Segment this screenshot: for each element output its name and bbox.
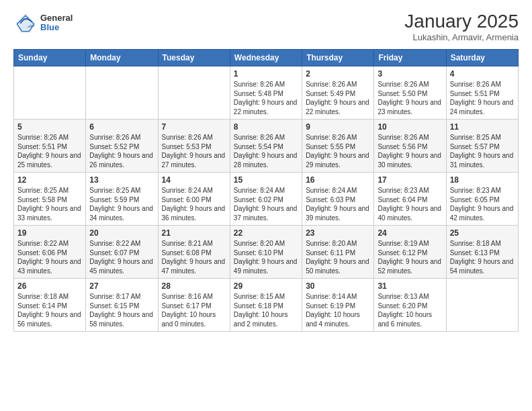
calendar-cell: 22Sunrise: 8:20 AMSunset: 6:10 PMDayligh… xyxy=(230,226,302,279)
day-info: Sunrise: 8:18 AMSunset: 6:13 PMDaylight:… xyxy=(450,239,515,275)
calendar-cell: 8Sunrise: 8:26 AMSunset: 5:54 PMDaylight… xyxy=(230,120,302,173)
day-number: 3 xyxy=(378,69,442,79)
calendar-week-row-4: 19Sunrise: 8:22 AMSunset: 6:06 PMDayligh… xyxy=(14,226,519,279)
calendar-cell xyxy=(14,66,86,120)
day-number: 19 xyxy=(17,228,82,238)
day-number: 27 xyxy=(89,281,154,291)
day-info: Sunrise: 8:22 AMSunset: 6:07 PMDaylight:… xyxy=(89,239,154,275)
calendar-cell: 25Sunrise: 8:18 AMSunset: 6:13 PMDayligh… xyxy=(446,226,518,279)
day-number: 5 xyxy=(17,122,82,132)
calendar-cell: 31Sunrise: 8:13 AMSunset: 6:20 PMDayligh… xyxy=(374,279,446,332)
day-number: 21 xyxy=(162,228,226,238)
calendar-cell: 1Sunrise: 8:26 AMSunset: 5:48 PMDaylight… xyxy=(230,66,302,120)
calendar-header-thursday: Thursday xyxy=(302,50,374,66)
calendar-cell: 4Sunrise: 8:26 AMSunset: 5:51 PMDaylight… xyxy=(446,66,518,120)
month-title: January 2025 xyxy=(404,11,519,32)
day-number: 2 xyxy=(306,69,370,79)
day-info: Sunrise: 8:22 AMSunset: 6:06 PMDaylight:… xyxy=(17,239,82,275)
day-info: Sunrise: 8:24 AMSunset: 6:02 PMDaylight:… xyxy=(234,186,298,222)
location: Lukashin, Armavir, Armenia xyxy=(404,32,519,42)
calendar-cell: 24Sunrise: 8:19 AMSunset: 6:12 PMDayligh… xyxy=(374,226,446,279)
day-info: Sunrise: 8:26 AMSunset: 5:51 PMDaylight:… xyxy=(17,133,82,169)
header-right: January 2025 Lukashin, Armavir, Armenia xyxy=(404,11,519,42)
calendar-cell: 15Sunrise: 8:24 AMSunset: 6:02 PMDayligh… xyxy=(230,173,302,226)
calendar-week-row-1: 1Sunrise: 8:26 AMSunset: 5:48 PMDaylight… xyxy=(14,66,519,120)
day-number: 7 xyxy=(162,122,226,132)
day-info: Sunrise: 8:24 AMSunset: 6:03 PMDaylight:… xyxy=(306,186,370,222)
day-info: Sunrise: 8:14 AMSunset: 6:19 PMDaylight:… xyxy=(306,292,370,328)
day-info: Sunrise: 8:25 AMSunset: 5:57 PMDaylight:… xyxy=(450,133,515,169)
day-number: 23 xyxy=(306,228,370,238)
day-number: 9 xyxy=(306,122,370,132)
day-info: Sunrise: 8:23 AMSunset: 6:05 PMDaylight:… xyxy=(450,186,515,222)
calendar-cell: 7Sunrise: 8:26 AMSunset: 5:53 PMDaylight… xyxy=(158,120,230,173)
calendar-cell: 13Sunrise: 8:25 AMSunset: 5:59 PMDayligh… xyxy=(86,173,158,226)
calendar-cell: 11Sunrise: 8:25 AMSunset: 5:57 PMDayligh… xyxy=(446,120,518,173)
calendar-header-wednesday: Wednesday xyxy=(230,50,302,66)
calendar-cell: 21Sunrise: 8:21 AMSunset: 6:08 PMDayligh… xyxy=(158,226,230,279)
calendar-header-sunday: Sunday xyxy=(14,50,86,66)
logo-blue-text: Blue xyxy=(40,23,73,32)
day-number: 13 xyxy=(89,175,154,185)
day-number: 31 xyxy=(378,281,442,291)
day-info: Sunrise: 8:15 AMSunset: 6:18 PMDaylight:… xyxy=(234,292,298,328)
day-number: 12 xyxy=(17,175,82,185)
calendar-cell: 12Sunrise: 8:25 AMSunset: 5:58 PMDayligh… xyxy=(14,173,86,226)
calendar-cell: 5Sunrise: 8:26 AMSunset: 5:51 PMDaylight… xyxy=(14,120,86,173)
day-info: Sunrise: 8:24 AMSunset: 6:00 PMDaylight:… xyxy=(162,186,226,222)
calendar-cell xyxy=(158,66,230,120)
logo-text: General Blue xyxy=(40,13,73,33)
logo: General Blue xyxy=(13,11,73,35)
day-number: 22 xyxy=(234,228,298,238)
day-info: Sunrise: 8:16 AMSunset: 6:17 PMDaylight:… xyxy=(162,292,226,328)
day-info: Sunrise: 8:21 AMSunset: 6:08 PMDaylight:… xyxy=(162,239,226,275)
calendar-cell: 20Sunrise: 8:22 AMSunset: 6:07 PMDayligh… xyxy=(86,226,158,279)
day-info: Sunrise: 8:26 AMSunset: 5:48 PMDaylight:… xyxy=(234,80,298,116)
day-info: Sunrise: 8:26 AMSunset: 5:56 PMDaylight:… xyxy=(378,133,442,169)
calendar-cell xyxy=(86,66,158,120)
calendar-cell: 29Sunrise: 8:15 AMSunset: 6:18 PMDayligh… xyxy=(230,279,302,332)
day-info: Sunrise: 8:26 AMSunset: 5:50 PMDaylight:… xyxy=(378,80,442,116)
day-number: 17 xyxy=(378,175,442,185)
day-info: Sunrise: 8:17 AMSunset: 6:15 PMDaylight:… xyxy=(89,292,154,328)
day-number: 26 xyxy=(17,281,82,291)
calendar-cell: 26Sunrise: 8:18 AMSunset: 6:14 PMDayligh… xyxy=(14,279,86,332)
day-info: Sunrise: 8:23 AMSunset: 6:04 PMDaylight:… xyxy=(378,186,442,222)
calendar-cell: 16Sunrise: 8:24 AMSunset: 6:03 PMDayligh… xyxy=(302,173,374,226)
calendar-header-monday: Monday xyxy=(86,50,158,66)
day-info: Sunrise: 8:26 AMSunset: 5:49 PMDaylight:… xyxy=(306,80,370,116)
calendar-header-friday: Friday xyxy=(374,50,446,66)
day-number: 28 xyxy=(162,281,226,291)
day-number: 20 xyxy=(89,228,154,238)
calendar-cell: 3Sunrise: 8:26 AMSunset: 5:50 PMDaylight… xyxy=(374,66,446,120)
calendar-header-saturday: Saturday xyxy=(446,50,518,66)
day-number: 8 xyxy=(234,122,298,132)
calendar-cell: 27Sunrise: 8:17 AMSunset: 6:15 PMDayligh… xyxy=(86,279,158,332)
calendar-week-row-2: 5Sunrise: 8:26 AMSunset: 5:51 PMDaylight… xyxy=(14,120,519,173)
calendar-cell: 18Sunrise: 8:23 AMSunset: 6:05 PMDayligh… xyxy=(446,173,518,226)
day-number: 18 xyxy=(450,175,515,185)
day-info: Sunrise: 8:20 AMSunset: 6:11 PMDaylight:… xyxy=(306,239,370,275)
day-number: 4 xyxy=(450,69,515,79)
day-info: Sunrise: 8:26 AMSunset: 5:51 PMDaylight:… xyxy=(450,80,515,116)
day-info: Sunrise: 8:26 AMSunset: 5:52 PMDaylight:… xyxy=(89,133,154,169)
day-info: Sunrise: 8:20 AMSunset: 6:10 PMDaylight:… xyxy=(234,239,298,275)
logo-general-text: General xyxy=(40,13,73,23)
calendar-cell: 10Sunrise: 8:26 AMSunset: 5:56 PMDayligh… xyxy=(374,120,446,173)
calendar: SundayMondayTuesdayWednesdayThursdayFrid… xyxy=(13,49,519,332)
day-number: 29 xyxy=(234,281,298,291)
day-info: Sunrise: 8:26 AMSunset: 5:53 PMDaylight:… xyxy=(162,133,226,169)
day-number: 10 xyxy=(378,122,442,132)
calendar-week-row-5: 26Sunrise: 8:18 AMSunset: 6:14 PMDayligh… xyxy=(14,279,519,332)
day-info: Sunrise: 8:26 AMSunset: 5:54 PMDaylight:… xyxy=(234,133,298,169)
calendar-header-row: SundayMondayTuesdayWednesdayThursdayFrid… xyxy=(14,50,519,66)
day-number: 11 xyxy=(450,122,515,132)
day-number: 15 xyxy=(234,175,298,185)
day-number: 24 xyxy=(378,228,442,238)
header: General Blue January 2025 Lukashin, Arma… xyxy=(13,11,519,42)
calendar-cell: 28Sunrise: 8:16 AMSunset: 6:17 PMDayligh… xyxy=(158,279,230,332)
logo-icon xyxy=(13,11,38,35)
calendar-header-tuesday: Tuesday xyxy=(158,50,230,66)
calendar-cell: 14Sunrise: 8:24 AMSunset: 6:00 PMDayligh… xyxy=(158,173,230,226)
calendar-cell: 23Sunrise: 8:20 AMSunset: 6:11 PMDayligh… xyxy=(302,226,374,279)
